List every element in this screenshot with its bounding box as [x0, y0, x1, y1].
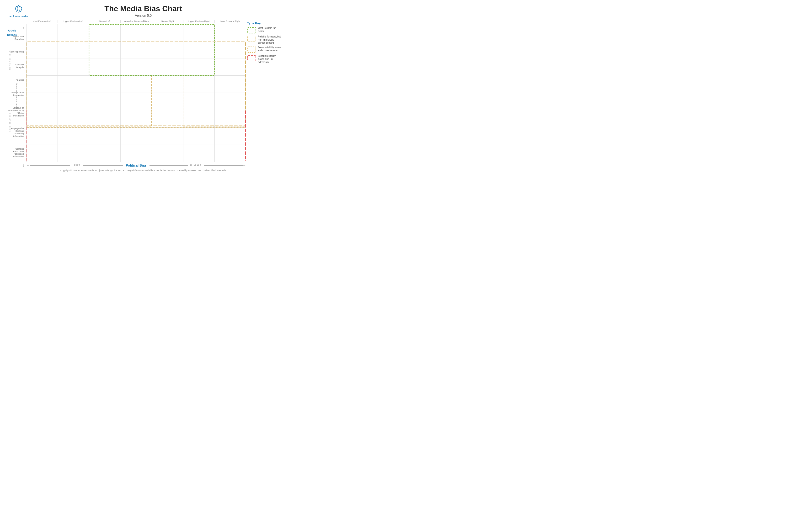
type-key-label-1: Reliable for news, but high in analysis … — [258, 35, 282, 44]
y-label-7: ContainsInaccurate /FabricatedInformatio… — [2, 148, 24, 158]
more-reliable-text: MORE RELIABLE — [9, 50, 11, 70]
y-label-4: Opinion / FairPersuasion — [2, 91, 24, 97]
type-key-item-2: Some reliability issues and / or extremi… — [247, 46, 282, 53]
x-arrow-left: ← — [26, 163, 30, 167]
x-axis-left-text: LEFT — [70, 164, 83, 167]
type-key-item-1: Reliable for news, but high in analysis … — [247, 35, 282, 44]
y-label-1: Fact Reporting — [2, 50, 24, 53]
logo-text: ad fontes media — [10, 15, 28, 18]
svg-rect-0 — [248, 27, 256, 33]
x-axis-center-text: Political Bias — [123, 163, 149, 167]
most-reliable-box — [247, 27, 256, 34]
chart-title: The Media Bias Chart — [0, 4, 287, 13]
col-header-0: Most Extreme Left — [26, 20, 58, 22]
chart-version: Version 5.0 — [0, 14, 287, 17]
svg-rect-2 — [248, 47, 256, 52]
header: The Media Bias Chart Version 5.0 — [0, 0, 287, 18]
col-header-3: Neutral or Balanced Bias — [120, 20, 152, 22]
type-key-label-3: Serious reliability issues and / or extr… — [258, 55, 282, 64]
type-key-item-0: Most Reliable for News — [247, 27, 282, 34]
y-label-0: Original FactReporting — [2, 35, 24, 41]
some-issues-box — [247, 46, 256, 53]
col-header-2: Skews Left — [89, 20, 120, 22]
chart-grid — [26, 24, 246, 162]
y-arrow-down: ↓ — [2, 163, 26, 167]
logo-icon — [10, 4, 28, 15]
type-key: Type Key Most Reliable for News Reliable… — [247, 21, 282, 65]
y-label-6: Propoganda /ContainsMisleadingInformatio… — [2, 127, 24, 137]
col-header-5: Hyper-Partisan Right — [183, 20, 215, 22]
column-headers: Most Extreme Left Hyper-Partisan Left Sk… — [26, 20, 246, 22]
logo: ad fontes media — [10, 4, 28, 18]
y-label-2: ComplexAnalysis — [2, 63, 24, 69]
col-header-4: Skews Right — [151, 20, 183, 22]
type-key-label-2: Some reliability issues and / or extremi… — [258, 46, 282, 52]
y-label-3: Analysis — [2, 79, 24, 81]
x-arrow-right: → — [243, 163, 246, 167]
x-axis-right-text: RIGHT — [188, 164, 204, 167]
type-key-item-3: Serious reliability issues and / or extr… — [247, 55, 282, 64]
y-arrow-up: ↑ — [2, 26, 26, 30]
type-key-title: Type Key — [247, 21, 282, 25]
col-header-6: Most Extreme Right — [215, 20, 246, 22]
overall-reliability-label: Overall Source Reliability — [16, 83, 18, 110]
reliable-analysis-box — [247, 35, 256, 42]
svg-rect-3 — [248, 55, 256, 61]
serious-issues-box — [247, 55, 256, 62]
less-reliable-text: LESS RELIABLE — [9, 112, 11, 132]
svg-rect-1 — [248, 36, 256, 42]
x-axis: ← LEFT Political Bias RIGHT → — [26, 163, 246, 167]
footer: Copyright © 2019 Ad Fontes Media, Inc. |… — [5, 169, 282, 171]
y-label-5: Selective orIncomplete Story/ UnfairPers… — [2, 107, 24, 117]
type-key-label-0: Most Reliable for News — [258, 27, 282, 33]
col-header-1: Hyper-Partisan Left — [58, 20, 89, 22]
